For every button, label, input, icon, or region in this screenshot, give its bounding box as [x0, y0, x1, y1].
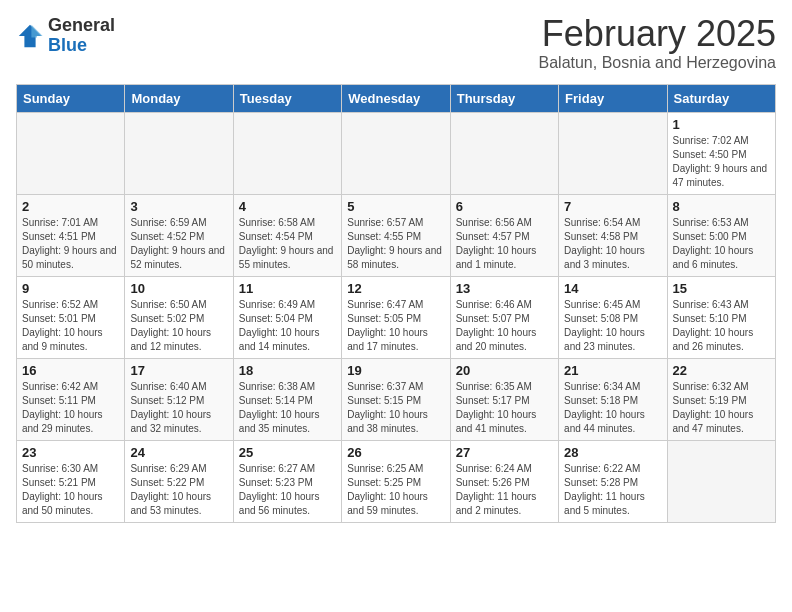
calendar-week-row: 23Sunrise: 6:30 AM Sunset: 5:21 PM Dayli… [17, 441, 776, 523]
calendar-cell: 19Sunrise: 6:37 AM Sunset: 5:15 PM Dayli… [342, 359, 450, 441]
day-number: 27 [456, 445, 553, 460]
day-number: 17 [130, 363, 227, 378]
calendar-cell: 21Sunrise: 6:34 AM Sunset: 5:18 PM Dayli… [559, 359, 667, 441]
calendar-cell: 10Sunrise: 6:50 AM Sunset: 5:02 PM Dayli… [125, 277, 233, 359]
day-info: Sunrise: 6:49 AM Sunset: 5:04 PM Dayligh… [239, 298, 336, 354]
svg-marker-1 [31, 25, 42, 38]
day-info: Sunrise: 6:30 AM Sunset: 5:21 PM Dayligh… [22, 462, 119, 518]
day-info: Sunrise: 6:43 AM Sunset: 5:10 PM Dayligh… [673, 298, 770, 354]
day-number: 6 [456, 199, 553, 214]
weekday-header-friday: Friday [559, 85, 667, 113]
calendar-cell [342, 113, 450, 195]
weekday-header-row: SundayMondayTuesdayWednesdayThursdayFrid… [17, 85, 776, 113]
day-info: Sunrise: 6:35 AM Sunset: 5:17 PM Dayligh… [456, 380, 553, 436]
day-number: 14 [564, 281, 661, 296]
calendar-cell [667, 441, 775, 523]
day-info: Sunrise: 6:32 AM Sunset: 5:19 PM Dayligh… [673, 380, 770, 436]
calendar-cell [450, 113, 558, 195]
calendar-cell: 14Sunrise: 6:45 AM Sunset: 5:08 PM Dayli… [559, 277, 667, 359]
day-number: 18 [239, 363, 336, 378]
day-info: Sunrise: 6:27 AM Sunset: 5:23 PM Dayligh… [239, 462, 336, 518]
day-info: Sunrise: 6:24 AM Sunset: 5:26 PM Dayligh… [456, 462, 553, 518]
day-info: Sunrise: 7:01 AM Sunset: 4:51 PM Dayligh… [22, 216, 119, 272]
logo-blue-text: Blue [48, 35, 87, 55]
calendar-cell: 2Sunrise: 7:01 AM Sunset: 4:51 PM Daylig… [17, 195, 125, 277]
day-number: 22 [673, 363, 770, 378]
day-number: 7 [564, 199, 661, 214]
day-number: 21 [564, 363, 661, 378]
calendar-week-row: 9Sunrise: 6:52 AM Sunset: 5:01 PM Daylig… [17, 277, 776, 359]
day-info: Sunrise: 6:59 AM Sunset: 4:52 PM Dayligh… [130, 216, 227, 272]
day-info: Sunrise: 6:46 AM Sunset: 5:07 PM Dayligh… [456, 298, 553, 354]
calendar-cell: 26Sunrise: 6:25 AM Sunset: 5:25 PM Dayli… [342, 441, 450, 523]
calendar-cell: 16Sunrise: 6:42 AM Sunset: 5:11 PM Dayli… [17, 359, 125, 441]
day-number: 25 [239, 445, 336, 460]
day-number: 9 [22, 281, 119, 296]
day-info: Sunrise: 6:29 AM Sunset: 5:22 PM Dayligh… [130, 462, 227, 518]
day-info: Sunrise: 6:58 AM Sunset: 4:54 PM Dayligh… [239, 216, 336, 272]
location-subtitle: Balatun, Bosnia and Herzegovina [539, 54, 777, 72]
day-info: Sunrise: 6:45 AM Sunset: 5:08 PM Dayligh… [564, 298, 661, 354]
day-number: 10 [130, 281, 227, 296]
day-info: Sunrise: 6:22 AM Sunset: 5:28 PM Dayligh… [564, 462, 661, 518]
calendar-cell: 1Sunrise: 7:02 AM Sunset: 4:50 PM Daylig… [667, 113, 775, 195]
calendar-cell: 7Sunrise: 6:54 AM Sunset: 4:58 PM Daylig… [559, 195, 667, 277]
weekday-header-thursday: Thursday [450, 85, 558, 113]
day-info: Sunrise: 7:02 AM Sunset: 4:50 PM Dayligh… [673, 134, 770, 190]
calendar-cell: 9Sunrise: 6:52 AM Sunset: 5:01 PM Daylig… [17, 277, 125, 359]
calendar-cell: 17Sunrise: 6:40 AM Sunset: 5:12 PM Dayli… [125, 359, 233, 441]
day-number: 12 [347, 281, 444, 296]
calendar-cell: 15Sunrise: 6:43 AM Sunset: 5:10 PM Dayli… [667, 277, 775, 359]
calendar-week-row: 1Sunrise: 7:02 AM Sunset: 4:50 PM Daylig… [17, 113, 776, 195]
page-header: General Blue February 2025 Balatun, Bosn… [16, 16, 776, 72]
calendar-cell: 12Sunrise: 6:47 AM Sunset: 5:05 PM Dayli… [342, 277, 450, 359]
weekday-header-tuesday: Tuesday [233, 85, 341, 113]
weekday-header-monday: Monday [125, 85, 233, 113]
day-number: 1 [673, 117, 770, 132]
calendar-cell [125, 113, 233, 195]
logo: General Blue [16, 16, 115, 56]
day-info: Sunrise: 6:25 AM Sunset: 5:25 PM Dayligh… [347, 462, 444, 518]
weekday-header-sunday: Sunday [17, 85, 125, 113]
day-number: 16 [22, 363, 119, 378]
day-number: 26 [347, 445, 444, 460]
calendar-cell: 5Sunrise: 6:57 AM Sunset: 4:55 PM Daylig… [342, 195, 450, 277]
calendar-table: SundayMondayTuesdayWednesdayThursdayFrid… [16, 84, 776, 523]
day-number: 15 [673, 281, 770, 296]
day-info: Sunrise: 6:54 AM Sunset: 4:58 PM Dayligh… [564, 216, 661, 272]
day-info: Sunrise: 6:53 AM Sunset: 5:00 PM Dayligh… [673, 216, 770, 272]
calendar-cell: 25Sunrise: 6:27 AM Sunset: 5:23 PM Dayli… [233, 441, 341, 523]
day-number: 2 [22, 199, 119, 214]
weekday-header-wednesday: Wednesday [342, 85, 450, 113]
day-number: 4 [239, 199, 336, 214]
logo-general-text: General [48, 15, 115, 35]
calendar-cell: 28Sunrise: 6:22 AM Sunset: 5:28 PM Dayli… [559, 441, 667, 523]
calendar-cell [233, 113, 341, 195]
calendar-cell: 18Sunrise: 6:38 AM Sunset: 5:14 PM Dayli… [233, 359, 341, 441]
day-info: Sunrise: 6:38 AM Sunset: 5:14 PM Dayligh… [239, 380, 336, 436]
day-number: 19 [347, 363, 444, 378]
calendar-cell: 24Sunrise: 6:29 AM Sunset: 5:22 PM Dayli… [125, 441, 233, 523]
day-number: 13 [456, 281, 553, 296]
day-info: Sunrise: 6:34 AM Sunset: 5:18 PM Dayligh… [564, 380, 661, 436]
day-info: Sunrise: 6:40 AM Sunset: 5:12 PM Dayligh… [130, 380, 227, 436]
calendar-cell [17, 113, 125, 195]
day-info: Sunrise: 6:42 AM Sunset: 5:11 PM Dayligh… [22, 380, 119, 436]
day-number: 11 [239, 281, 336, 296]
title-section: February 2025 Balatun, Bosnia and Herzeg… [539, 16, 777, 72]
calendar-cell [559, 113, 667, 195]
day-number: 3 [130, 199, 227, 214]
day-number: 20 [456, 363, 553, 378]
day-info: Sunrise: 6:56 AM Sunset: 4:57 PM Dayligh… [456, 216, 553, 272]
day-number: 5 [347, 199, 444, 214]
calendar-cell: 8Sunrise: 6:53 AM Sunset: 5:00 PM Daylig… [667, 195, 775, 277]
day-info: Sunrise: 6:57 AM Sunset: 4:55 PM Dayligh… [347, 216, 444, 272]
logo-icon [16, 22, 44, 50]
month-title: February 2025 [539, 16, 777, 52]
calendar-cell: 27Sunrise: 6:24 AM Sunset: 5:26 PM Dayli… [450, 441, 558, 523]
calendar-cell: 11Sunrise: 6:49 AM Sunset: 5:04 PM Dayli… [233, 277, 341, 359]
day-info: Sunrise: 6:47 AM Sunset: 5:05 PM Dayligh… [347, 298, 444, 354]
calendar-cell: 20Sunrise: 6:35 AM Sunset: 5:17 PM Dayli… [450, 359, 558, 441]
calendar-week-row: 2Sunrise: 7:01 AM Sunset: 4:51 PM Daylig… [17, 195, 776, 277]
day-number: 28 [564, 445, 661, 460]
